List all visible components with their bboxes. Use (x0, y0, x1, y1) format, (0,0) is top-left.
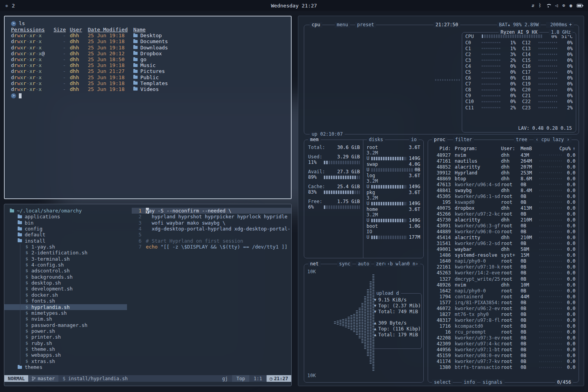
sync-button[interactable]: sync (337, 261, 352, 267)
process-row[interactable]: 48317kworker/u97:8-flroot0B0.0 (431, 317, 575, 323)
network-interface[interactable]: ‹b wlan0 n› (385, 261, 420, 267)
sort-arrow-icon[interactable]: ↑ (571, 146, 575, 151)
bluetooth-icon[interactable]: ᛒ (539, 3, 541, 8)
process-row[interactable]: 1640napi/phy0-0root0B0.0 (431, 258, 575, 264)
proc-box-label[interactable]: proc (432, 137, 447, 143)
user-header[interactable]: User: (501, 146, 521, 151)
process-row[interactable]: 1486systemd-resolvesyst+15M0.0 (431, 252, 575, 258)
tree-item-config[interactable]: config (4, 226, 132, 232)
preset-button[interactable]: preset (355, 22, 376, 28)
process-row[interactable]: 22161kworker/u97:10-kroot0B0.0 (431, 264, 575, 270)
process-row[interactable]: 1327dmcrypt_write/25root0B0.0 (431, 276, 575, 282)
signals-button[interactable]: signals (481, 379, 505, 385)
tree-root[interactable]: ~/.local/share/omarchy (4, 208, 132, 214)
process-row[interactable]: 41174kworker/u97:7-kvroot0B0.0 (431, 359, 575, 365)
process-row[interactable]: 48869btopdhh8.6M0.0 (431, 176, 575, 181)
mem-header[interactable]: MemB (521, 146, 538, 151)
tree-item-ruby.sh[interactable]: $ruby.sh (4, 340, 132, 346)
cpu-header[interactable]: Cpu% (559, 146, 571, 151)
btop-window[interactable]: cpu menu preset 21:27:50 BAT▴ 98% 2.89W … (298, 16, 584, 386)
tree-item-bin[interactable]: bin (4, 220, 132, 226)
battery-icon[interactable] (577, 4, 583, 7)
process-row[interactable]: 40075dropboxdhh413M0.0 (431, 205, 575, 211)
interval-plus-button[interactable]: + (567, 22, 574, 28)
tree-item-password-manager.sh[interactable]: $password-manager.sh (4, 322, 132, 328)
tree-item-mimetypes.sh[interactable]: $mimetypes.sh (4, 310, 132, 316)
workspace-indicator[interactable]: 2 (12, 3, 15, 9)
auto-button[interactable]: auto (356, 261, 371, 267)
process-row[interactable]: 1380btrfs-transactioroot0B0.0 (431, 365, 575, 370)
neovim-window[interactable]: ~/.local/share/omarchy applicationsbinco… (4, 204, 292, 386)
process-row[interactable]: 1577irq/81-PIXA3854:root0B0.0 (431, 299, 575, 305)
tree-item-themes[interactable]: themes (4, 364, 132, 370)
process-row[interactable]: 49001waybardhh58M0.0 (431, 247, 575, 252)
filter-button[interactable]: filter (453, 137, 474, 143)
git-branch[interactable]: master (28, 375, 58, 382)
tree-item-desktop.sh[interactable]: $desktop.sh (4, 280, 132, 286)
process-row[interactable]: 44889kworker/u96:0-coroot0B0.0 (431, 229, 575, 235)
tree-item-development.sh[interactable]: $development.sh (4, 286, 132, 292)
disks-label[interactable]: disks (367, 137, 385, 143)
process-row[interactable]: 42208kworker/u97:3-evroot0B0.0 (431, 335, 575, 341)
process-row[interactable]: 48926nvimdhh10M0.0 (431, 282, 575, 288)
tree-item-hyprlandia.sh[interactable]: $hyprlandia.sh (4, 304, 127, 310)
user-icon[interactable]: ◉ (570, 3, 572, 8)
tree-item-fonts.sh[interactable]: $fonts.sh (4, 298, 132, 304)
volume-icon[interactable]: ◁ (555, 3, 558, 8)
info-button[interactable]: info (462, 379, 477, 385)
menu-button[interactable]: menu (335, 22, 350, 28)
tree-item-adscontrol.sh[interactable]: $adscontrol.sh (4, 268, 132, 274)
globe-icon[interactable]: ⊕ (563, 3, 565, 8)
stack-arrows-icon[interactable]: ⇵ (532, 3, 534, 8)
process-row[interactable]: 48852alacrittydhh207M0.0 (431, 164, 575, 170)
tree-item-3-terminal.sh[interactable]: $3-terminal.sh (4, 256, 132, 262)
wifi-icon[interactable] (546, 4, 551, 7)
tree-item-power.sh[interactable]: $power.sh (4, 328, 132, 334)
workspace-dot-icon[interactable]: ● (5, 4, 8, 8)
process-row[interactable]: 47161nautilusdhh264M0.0 (431, 158, 575, 164)
program-header[interactable]: Program: (451, 146, 501, 151)
process-row[interactable]: 45266kworker/u97:2-kcroot0B0.0 (431, 211, 575, 217)
mem-box-label[interactable]: mem (308, 137, 321, 143)
process-row[interactable]: 43091kworker/u96:3-gfroot0B0.0 (431, 223, 575, 229)
process-row[interactable]: 31541kworker/u96:2-sdroot0B0.0 (431, 241, 575, 247)
tree-item-applications[interactable]: applications (4, 214, 132, 220)
process-row[interactable]: 1716kcompactd0root0B0.0 (431, 323, 575, 329)
terminal-window[interactable]: > ls PermissionsSizeUserDate ModifiedNam… (4, 16, 292, 199)
process-row[interactable]: 45730alacrittydhh210M0.0 (431, 217, 575, 223)
io-label[interactable]: io (409, 137, 419, 143)
process-row[interactable]: 45159kworker/u98:0-evroot0B0.0 (431, 353, 575, 359)
process-row[interactable]: 42309kworker/u97:4-kcroot0B0.0 (431, 341, 575, 347)
prompt-line[interactable]: > (11, 93, 285, 99)
tree-item-1-yay.sh[interactable]: $1-yay.sh (4, 244, 132, 250)
net-box-label[interactable]: net (308, 261, 321, 267)
tree-item-nvim.sh[interactable]: $nvim.sh (4, 316, 132, 322)
process-row[interactable]: 48927nvimdhh43M0.0 (431, 152, 575, 158)
select-button[interactable]: select (432, 379, 453, 385)
process-row[interactable]: 47613kworker/u96:4-sdroot0B0.0 (431, 181, 575, 187)
tree-item-default[interactable]: default (4, 232, 132, 238)
process-row[interactable]: 46072kworker/u96:2-evroot0B0.0 (431, 305, 575, 311)
process-row[interactable]: 44956kworker/u97:1-btroot0B0.0 (431, 347, 575, 353)
process-row[interactable]: 1827mt76-tx phy0root0B0.0 (431, 311, 575, 317)
process-row[interactable]: 39912Hyprlanddhh253M0.0 (431, 170, 575, 176)
tree-item-2-identification.sh[interactable]: $2-identification.sh (4, 250, 132, 256)
pid-header[interactable]: Pid: (431, 146, 451, 151)
tree-button[interactable]: tree (514, 137, 529, 143)
process-row[interactable]: 1794containerdroot44M0.0 (431, 294, 575, 299)
tree-item-theme.sh[interactable]: $theme.sh (4, 346, 132, 352)
tree-item-4-config.sh[interactable]: $4-config.sh (4, 262, 132, 268)
tree-item-xtras.sh[interactable]: $xtras.sh (4, 358, 132, 364)
tree-item-docker.sh[interactable]: $docker.sh (4, 292, 132, 298)
editor-pane[interactable]: 1yay -S --noconfirm --needed \2 hyprland… (132, 204, 291, 375)
process-row[interactable]: 45305kworker/u96:1-sdroot0B0.0 (431, 193, 575, 199)
tree-item-printer.sh[interactable]: $printer.sh (4, 334, 132, 340)
tree-item-webapps.sh[interactable]: $webapps.sh (4, 352, 132, 358)
process-row[interactable]: 1642napi/phy0-0root0B0.0 (431, 288, 575, 294)
process-row[interactable]: 48841swaybgdhh8.4M0.0 (431, 187, 575, 193)
tree-item-install[interactable]: install (4, 238, 132, 244)
process-row[interactable]: 45414alacrittydhh210M0.0 (431, 235, 575, 241)
tree-item-backgrounds.sh[interactable]: $backgrounds.sh (4, 274, 132, 280)
process-row[interactable]: 45263kworker/14:2-everoot0B0.0 (431, 270, 575, 276)
cpu-box-label[interactable]: cpu (310, 22, 322, 28)
